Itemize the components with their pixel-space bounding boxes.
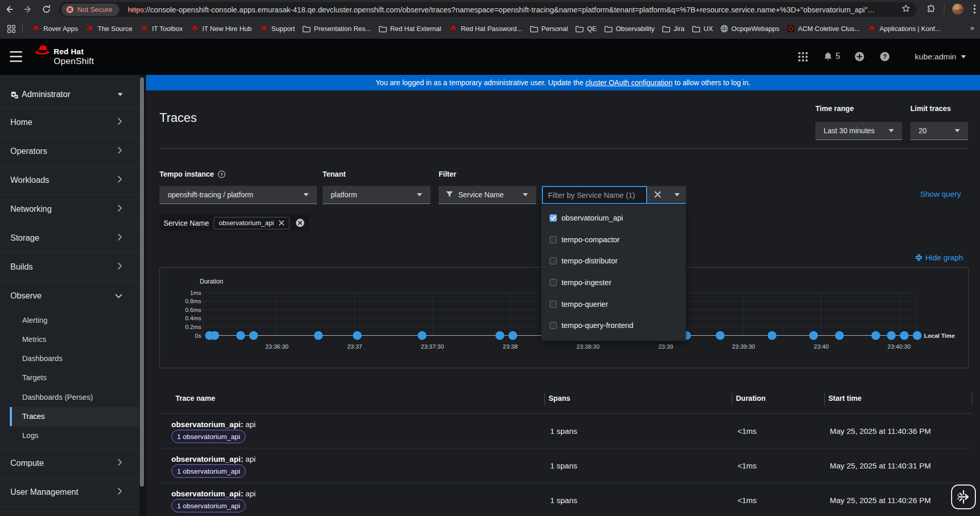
table-row[interactable]: observatorium_api: api1 observatorium_ap… [159, 448, 972, 483]
app-launcher-icon[interactable] [798, 52, 808, 64]
col-start-time: Start time [828, 394, 862, 402]
bookmark-item[interactable]: Red Hat External [379, 25, 441, 33]
sidebar-scrollbar-track[interactable] [139, 75, 146, 516]
notifications-bell[interactable]: 5 [824, 52, 840, 61]
bookmark-item[interactable]: Personal [530, 25, 568, 33]
menu-option-label: tempo-compactor [561, 236, 620, 244]
checkbox-unchecked-icon[interactable] [550, 257, 557, 264]
apps-grid-icon[interactable] [7, 25, 15, 35]
tempo-instance-select[interactable]: openshift-tracing / platform [159, 186, 317, 204]
svg-text:0s: 0s [195, 333, 201, 339]
sidebar-item-home[interactable]: Home [0, 108, 139, 137]
menu-option-tempo-compactor[interactable]: tempo-compactor [541, 229, 686, 251]
sidebar-subitem-label: Logs [22, 431, 38, 440]
sidebar-subitem-dashboards-perses-[interactable]: Dashboards (Perses) [0, 387, 139, 406]
sidebar-item-networking[interactable]: Networking [0, 195, 139, 224]
filter-menu-toggle[interactable] [668, 186, 686, 203]
bookmark-label: Presentation Res... [314, 25, 371, 33]
bookmark-item[interactable]: OcpqeWebapps [720, 25, 779, 33]
guide-launcher-button[interactable] [951, 484, 976, 509]
help-icon[interactable]: ? [880, 52, 890, 64]
filter-attribute-select[interactable]: Service Name [439, 186, 536, 204]
bookmark-label: Support [271, 25, 295, 33]
column-separator [824, 393, 825, 405]
bookmark-label: Personal [541, 25, 568, 33]
sidebar-item-builds[interactable]: Builds [0, 253, 139, 282]
limit-traces-select[interactable]: 20 [910, 122, 968, 140]
chip-group-clear-icon[interactable] [296, 218, 304, 227]
url-text: https://console-openshift-console.apps.e… [128, 6, 897, 14]
time-range-select[interactable]: Last 30 minutes [815, 122, 902, 140]
browser-reload-button[interactable] [42, 4, 51, 14]
browser-address-bar[interactable]: Not Secure https://console-openshift-con… [59, 2, 917, 17]
bookmark-item[interactable]: UX [692, 25, 713, 33]
menu-option-tempo-query-frontend[interactable]: tempo-query-frontend [541, 315, 686, 336]
checkbox-unchecked-icon[interactable] [550, 279, 557, 286]
checkbox-checked-icon[interactable] [550, 214, 557, 222]
nav-toggle-hamburger-icon[interactable] [10, 51, 22, 64]
bookmark-item[interactable]: Presentation Res... [302, 25, 371, 33]
perspective-switcher[interactable]: Administrator [0, 82, 139, 107]
bookmark-item[interactable]: The Source [86, 25, 132, 33]
menu-option-tempo-ingester[interactable]: tempo-ingester [541, 272, 686, 293]
hide-graph-link[interactable]: Hide graph [915, 253, 963, 262]
table-row[interactable]: observatorium_api: api1 observatorium_ap… [159, 483, 972, 516]
checkbox-unchecked-icon[interactable] [550, 301, 557, 308]
bookmark-item[interactable]: Observability [604, 25, 654, 33]
sidebar-subitem-metrics[interactable]: Metrics [0, 330, 139, 349]
bookmark-item[interactable]: Support [260, 25, 295, 33]
bookmark-item[interactable]: IT Toolbox [140, 25, 183, 33]
tenant-select[interactable]: platform [323, 186, 430, 204]
checkbox-unchecked-icon[interactable] [550, 322, 557, 329]
tempo-instance-label: Tempo instance ? [159, 170, 226, 178]
bookmarks-overflow-chevron[interactable]: » [970, 23, 974, 32]
chevron-right-icon [118, 147, 122, 156]
not-secure-badge[interactable]: Not Secure [61, 4, 119, 16]
sidebar-item-user-management[interactable]: User Management [0, 478, 139, 507]
table-row[interactable]: observatorium_api: api1 observatorium_ap… [159, 414, 972, 448]
trace-name[interactable]: observatorium_api: api [171, 420, 255, 429]
show-query-link[interactable]: Show query [920, 190, 961, 198]
sidebar-item-operators[interactable]: Operators [0, 137, 139, 166]
bookmark-item[interactable]: QE [575, 25, 597, 33]
sidebar-subitem-traces[interactable]: Traces [0, 407, 139, 426]
bookmark-star-icon[interactable] [902, 4, 910, 15]
menu-option-tempo-distributor[interactable]: tempo-distributor [541, 250, 686, 272]
service-name-filter-input[interactable] [542, 186, 647, 204]
sidebar-subitem-logs[interactable]: Logs [0, 426, 139, 445]
browser-forward-button[interactable] [24, 4, 31, 14]
browser-back-button[interactable] [6, 4, 13, 14]
trace-name[interactable]: observatorium_api: api [171, 455, 255, 463]
bookmark-item[interactable]: Rover Apps [31, 25, 78, 33]
bookmark-item[interactable]: Jira [662, 25, 684, 33]
not-secure-icon [66, 6, 74, 13]
sidebar-item-workloads[interactable]: Workloads [0, 166, 139, 195]
bookmark-item[interactable]: ACM Coletive Clus... [787, 25, 860, 33]
sidebar-scrollbar-thumb[interactable] [140, 77, 144, 487]
oauth-config-link[interactable]: cluster OAuth configuration [585, 79, 672, 87]
svg-text:0.6ms: 0.6ms [185, 307, 202, 313]
sidebar-subitem-dashboards[interactable]: Dashboards [0, 349, 139, 368]
import-plus-icon[interactable] [855, 52, 864, 64]
sidebar-item-compute[interactable]: Compute [0, 449, 139, 478]
chip-remove-icon[interactable] [279, 220, 284, 226]
clear-input-button[interactable] [647, 186, 668, 203]
menu-option-tempo-querier[interactable]: tempo-querier [541, 293, 686, 315]
sidebar-item-observe[interactable]: Observe [0, 282, 139, 310]
bookmark-item[interactable]: Applications | Konf... [867, 25, 940, 33]
extensions-icon[interactable] [926, 5, 936, 16]
bookmark-item[interactable]: Red Hat Password... [449, 25, 522, 33]
trace-name[interactable]: observatorium_api: api [171, 489, 255, 498]
browser-menu-icon[interactable] [973, 4, 976, 16]
caret-down-icon [889, 129, 894, 132]
sidebar-subitem-targets[interactable]: Targets [0, 368, 139, 387]
checkbox-unchecked-icon[interactable] [550, 236, 557, 243]
bookmark-label: The Source [98, 25, 132, 33]
help-circle-icon[interactable]: ? [218, 170, 226, 178]
menu-option-observatorium-api[interactable]: observatorium_api [541, 207, 686, 229]
sidebar-item-storage[interactable]: Storage [0, 224, 139, 253]
profile-avatar[interactable] [952, 4, 963, 17]
user-menu[interactable]: kube:admin [915, 39, 966, 75]
sidebar-subitem-alerting[interactable]: Alerting [0, 310, 139, 330]
bookmark-item[interactable]: IT New Hire Hub [190, 25, 252, 33]
